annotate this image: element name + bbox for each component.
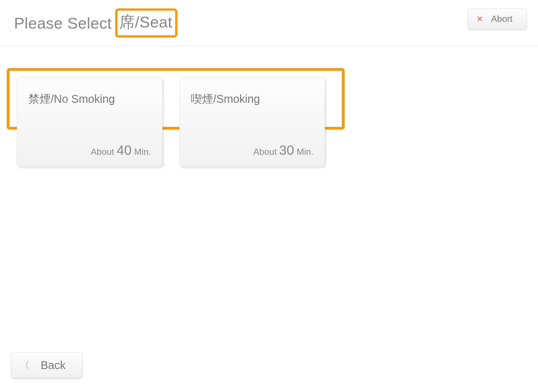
option-label: 喫煙/Smoking <box>191 91 314 107</box>
back-button[interactable]: 〈 Back <box>11 352 83 378</box>
close-icon: ✕ <box>476 14 483 24</box>
option-label: 禁煙/No Smoking <box>28 91 151 107</box>
chevron-left-icon: 〈 <box>20 359 29 372</box>
title-highlight-annotation: 席/Seat <box>115 8 177 38</box>
option-smoking[interactable]: 喫煙/Smoking About 30 Min. <box>179 77 325 167</box>
page-title: Please Select 席/Seat <box>14 8 177 38</box>
abort-label: Abort <box>491 14 513 24</box>
header: Please Select 席/Seat ✕ Abort <box>0 0 538 46</box>
abort-button[interactable]: ✕ Abort <box>468 8 527 29</box>
option-no-smoking[interactable]: 禁煙/No Smoking About 40 Min. <box>17 77 163 167</box>
seat-options-row: 禁煙/No Smoking About 40 Min. 喫煙/Smoking A… <box>17 77 521 167</box>
title-prefix: Please Select <box>14 14 112 32</box>
back-label: Back <box>41 359 66 372</box>
content-area: 禁煙/No Smoking About 40 Min. 喫煙/Smoking A… <box>0 46 538 167</box>
option-wait-time: About 40 Min. <box>28 143 151 158</box>
option-wait-time: About 30 Min. <box>191 143 314 158</box>
